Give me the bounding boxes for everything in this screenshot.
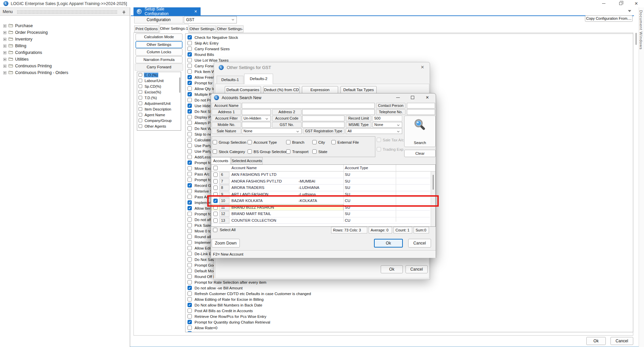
- setting-checkbox[interactable]: [187, 308, 192, 313]
- deduct-from-cd-button[interactable]: Deduct (%) from CD: [263, 86, 300, 94]
- setting-item[interactable]: Round all fr: [187, 234, 214, 239]
- branch-filter[interactable]: Branch: [286, 140, 304, 144]
- expand-icon[interactable]: [3, 24, 6, 27]
- bs-group-selection-filter[interactable]: BS Group Selection: [248, 149, 287, 154]
- telephone-input[interactable]: [407, 109, 435, 115]
- setting-checkbox[interactable]: [187, 223, 192, 227]
- setting-checkbox[interactable]: [187, 291, 192, 296]
- header-checkbox[interactable]: [213, 166, 218, 170]
- filter-checkbox[interactable]: [312, 140, 317, 144]
- list-item[interactable]: T.D.(%): [137, 95, 181, 100]
- sale-nature-dropdown[interactable]: None: [242, 128, 302, 134]
- list-item[interactable]: C.D.(%): [137, 72, 181, 78]
- gst-dialog-close-icon[interactable]: ✕: [421, 65, 424, 70]
- setting-checkbox[interactable]: [187, 297, 192, 301]
- other-settings-button[interactable]: Other Settings: [136, 41, 182, 48]
- setting-item[interactable]: Check for Negative Stock: [187, 35, 238, 40]
- expand-icon[interactable]: [3, 58, 6, 61]
- gst-no-input[interactable]: [302, 122, 344, 128]
- stock-category-filter[interactable]: Stock Category: [213, 149, 245, 154]
- setting-item[interactable]: [187, 331, 195, 332]
- copy-configuration-button[interactable]: Copy Configuration From....: [585, 15, 633, 22]
- setting-item[interactable]: Do Not allow Bill Numbers in Back Date: [187, 303, 262, 307]
- setting-checkbox[interactable]: [187, 121, 192, 125]
- list-item[interactable]: Agent Name: [137, 112, 181, 118]
- dialog-minimize-icon[interactable]: [396, 97, 400, 98]
- transport-filter[interactable]: Transport: [286, 149, 309, 154]
- table-row[interactable]: 8ARORA TRADERS-LUDHIANASU: [211, 185, 430, 191]
- form-cancel-button[interactable]: Cancel: [610, 337, 633, 345]
- setting-checkbox[interactable]: [187, 303, 192, 307]
- setting-checkbox[interactable]: [187, 212, 192, 216]
- msme-type-dropdown[interactable]: None: [373, 122, 402, 128]
- setting-checkbox[interactable]: [187, 149, 192, 153]
- setting-item[interactable]: Default Mode: [187, 269, 217, 273]
- setting-item[interactable]: Skip A/c Entry: [187, 41, 219, 45]
- gst-cancel-button[interactable]: Cancel: [406, 265, 428, 273]
- form-ok-button[interactable]: Ok: [586, 337, 606, 345]
- table-row[interactable]: 12BRAND MART RETAILSU: [211, 211, 430, 217]
- list-item[interactable]: Sp.CD(%): [137, 83, 181, 89]
- list-item[interactable]: Excise(%): [137, 89, 181, 95]
- setting-item[interactable]: Add/Less E: [187, 155, 214, 159]
- row-checkbox[interactable]: [213, 172, 218, 177]
- setting-item[interactable]: Allow Rate=0: [187, 326, 217, 330]
- accounts-ok-button[interactable]: Ok: [374, 239, 403, 248]
- zoom-down-button[interactable]: Zoom Down: [212, 239, 240, 248]
- table-row[interactable]: 6AKN FASHIONS PVT LTDSU: [211, 171, 430, 178]
- row-checkbox[interactable]: [213, 218, 218, 223]
- filter-checkbox[interactable]: [312, 149, 317, 154]
- setting-checkbox[interactable]: [187, 103, 192, 108]
- close-icon[interactable]: ✕: [631, 1, 641, 6]
- item-checkbox[interactable]: [139, 101, 142, 105]
- setting-item[interactable]: Skip to nex: [187, 132, 214, 136]
- row-checkbox[interactable]: [213, 179, 218, 184]
- sidebar-item-billing[interactable]: Billing: [0, 43, 129, 49]
- record-limit-input[interactable]: 500: [373, 116, 402, 121]
- setting-checkbox[interactable]: [187, 92, 192, 96]
- tab-selected-accounts[interactable]: Selected Accounts: [231, 157, 263, 164]
- setting-checkbox[interactable]: [187, 320, 192, 324]
- setting-item[interactable]: Allow Editing of Rate for Excise in Bill…: [187, 297, 264, 301]
- account-code-input[interactable]: [302, 116, 344, 121]
- expand-icon[interactable]: [3, 31, 6, 34]
- setting-checkbox[interactable]: [187, 155, 192, 159]
- setting-checkbox[interactable]: [187, 234, 192, 239]
- list-item[interactable]: Item Description: [137, 106, 181, 112]
- setting-checkbox[interactable]: [187, 229, 192, 233]
- item-checkbox[interactable]: [139, 124, 142, 128]
- tab-overflow-caret-icon[interactable]: [628, 10, 631, 12]
- column-locks-button[interactable]: Column Locks: [136, 49, 182, 56]
- setting-item[interactable]: Move 0 to: [187, 229, 212, 233]
- document-tab[interactable]: L Setup Sale Configuration ✕: [133, 7, 201, 15]
- sidebar-item-purchase[interactable]: Purchase: [0, 22, 129, 29]
- setting-item[interactable]: Prompt for: [187, 212, 213, 216]
- carry-forward-button[interactable]: Carry Forward: [135, 64, 183, 71]
- filter-checkbox[interactable]: [213, 140, 217, 144]
- setting-item[interactable]: Pass A/c e: [187, 172, 213, 176]
- sidebar-item-continuous-printing[interactable]: Continuous Printing: [0, 63, 129, 69]
- setting-checkbox[interactable]: [187, 240, 192, 245]
- default-tax-types-button[interactable]: Default Tax Types: [340, 86, 377, 94]
- setting-item[interactable]: Prompt for: [187, 160, 213, 165]
- setting-item[interactable]: Do not affe: [187, 217, 213, 222]
- setting-checkbox[interactable]: [187, 252, 192, 256]
- table-row[interactable]: 13COUNTER COLLECTIONCU: [211, 217, 430, 224]
- setting-checkbox[interactable]: [187, 200, 192, 205]
- setting-checkbox[interactable]: [187, 263, 192, 267]
- expand-icon[interactable]: [3, 65, 6, 68]
- tab-other-settings-1[interactable]: Other Settings-1: [160, 24, 189, 33]
- setting-item[interactable]: Move Excis: [187, 166, 214, 170]
- setting-checkbox[interactable]: [187, 160, 192, 165]
- list-item[interactable]: Company/Group: [137, 118, 181, 123]
- setting-checkbox[interactable]: [187, 98, 192, 102]
- filter-checkbox[interactable]: [286, 149, 290, 154]
- sidebar-item-order-processing[interactable]: Order Processing: [0, 29, 129, 36]
- setting-checkbox[interactable]: [187, 58, 192, 62]
- setting-item[interactable]: Post All Bills as Credit in Accounts: [187, 308, 253, 313]
- setting-checkbox[interactable]: [187, 206, 192, 210]
- item-checkbox[interactable]: [139, 90, 142, 94]
- setting-checkbox[interactable]: [187, 195, 192, 199]
- setting-checkbox[interactable]: [187, 126, 192, 131]
- address2-input[interactable]: [302, 109, 375, 115]
